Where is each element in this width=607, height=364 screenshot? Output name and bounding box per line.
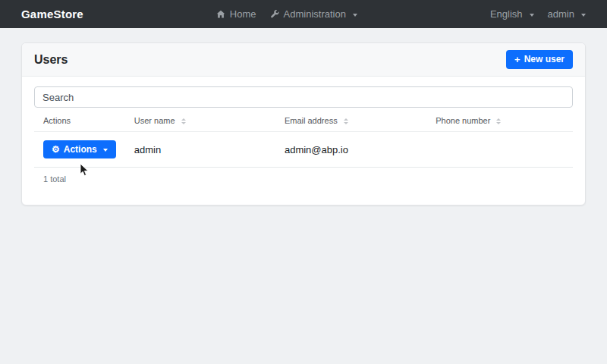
column-header-label: User name [134, 116, 175, 125]
cell-actions: ⚙ Actions [34, 132, 125, 168]
sort-icon [344, 118, 348, 124]
chevron-down-icon [103, 149, 108, 152]
column-header-label: Email address [285, 116, 338, 125]
home-icon [216, 10, 225, 19]
sort-icon [496, 118, 501, 124]
column-header-label: Actions [43, 116, 71, 125]
new-user-button[interactable]: + New user [506, 50, 573, 68]
column-header-email-address[interactable]: Email address [275, 109, 426, 132]
language-menu[interactable]: English [490, 8, 534, 20]
page-content: Users + New user Actions Use [0, 28, 607, 206]
users-card-body: Actions User name Email address Phone nu… [22, 77, 585, 205]
chevron-down-icon [530, 14, 534, 17]
table-row: ⚙ Actions admin admin@abp.io [34, 132, 573, 168]
main-nav: Home Administration [216, 8, 357, 20]
navbar-right: English admin [490, 8, 586, 20]
brand-logo[interactable]: GameStore [21, 8, 83, 20]
column-header-label: Phone number [436, 116, 490, 125]
cell-phone-number [426, 132, 573, 168]
chevron-down-icon [353, 14, 357, 17]
nav-item-home[interactable]: Home [216, 8, 256, 20]
sort-icon [181, 118, 186, 124]
row-actions-label: Actions [64, 144, 97, 155]
user-menu-label: admin [548, 8, 574, 20]
cell-email-address: admin@abp.io [275, 132, 426, 168]
plus-icon: + [514, 55, 521, 64]
page-title: Users [34, 53, 68, 67]
gear-icon: ⚙ [52, 145, 60, 154]
users-card: Users + New user Actions Use [21, 42, 586, 206]
chevron-down-icon [581, 14, 586, 17]
language-menu-label: English [490, 8, 523, 20]
cell-user-name: admin [125, 132, 275, 168]
column-header-user-name[interactable]: User name [125, 109, 275, 132]
search-input[interactable] [34, 86, 573, 108]
column-header-actions: Actions [34, 109, 125, 132]
new-user-button-label: New user [524, 54, 565, 64]
nav-home-label: Home [230, 8, 256, 20]
table-header-row: Actions User name Email address Phone nu… [34, 109, 573, 132]
users-table: Actions User name Email address Phone nu… [34, 109, 573, 168]
top-navbar: GameStore Home Administration English ad… [0, 0, 607, 28]
total-count: 1 total [34, 168, 573, 184]
column-header-phone-number[interactable]: Phone number [426, 109, 573, 132]
row-actions-button[interactable]: ⚙ Actions [43, 140, 116, 158]
nav-item-administration[interactable]: Administration [270, 8, 357, 20]
users-card-header: Users + New user [22, 43, 585, 77]
wrench-icon [270, 10, 279, 19]
nav-administration-label: Administration [284, 8, 346, 20]
user-menu[interactable]: admin [548, 8, 586, 20]
